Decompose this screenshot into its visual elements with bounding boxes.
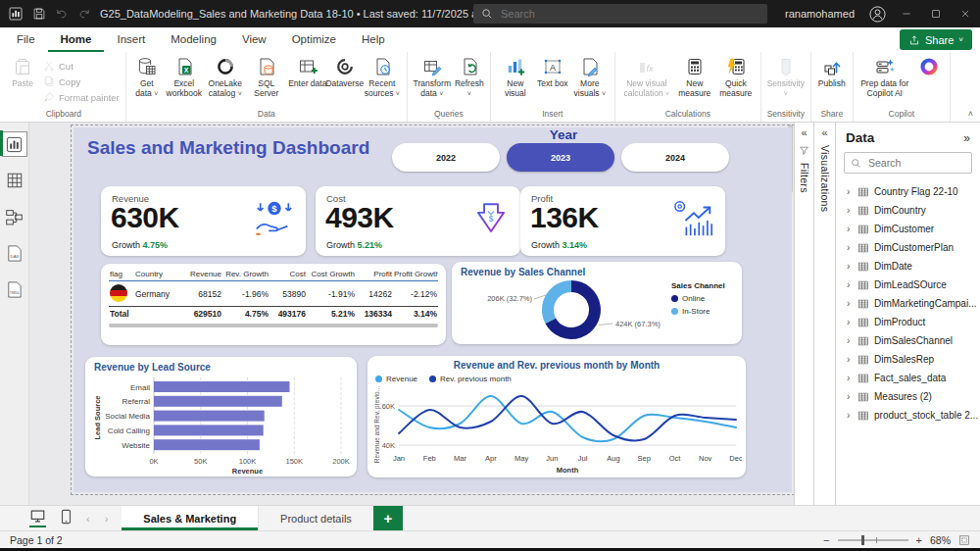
expand-chevron-icon[interactable]: ›	[847, 317, 853, 327]
ribbon-button-more-visuals[interactable]: More visuals ˅	[569, 55, 611, 98]
ribbon-button-publish[interactable]: Publish	[815, 55, 849, 89]
data-field-country-flag-22-10[interactable]: ›Country Flag 22-10	[836, 182, 980, 201]
ribbon-button-sql-server[interactable]: SQL Server	[246, 55, 287, 98]
expand-chevron-icon[interactable]: ›	[847, 279, 853, 290]
bar-website[interactable]	[154, 439, 260, 450]
data-field-dimsalesrep[interactable]: ›DimSalesRep	[836, 350, 980, 369]
expand-chevron-icon[interactable]: ›	[847, 186, 853, 197]
legend-item-in-store[interactable]: In-Store	[671, 307, 725, 316]
table-header-rev-growth[interactable]: Rev. Growth	[222, 269, 270, 281]
year-button-2022[interactable]: 2022	[392, 143, 500, 172]
data-search-input[interactable]	[866, 156, 965, 170]
kpi-card-cost[interactable]: Cost493KGrowth 5.21%$	[316, 186, 520, 256]
year-button-2023[interactable]: 2023	[507, 143, 614, 172]
ribbon-button-transform-data[interactable]: Transform data ˅	[412, 55, 453, 98]
visualizations-pane-collapsed[interactable]: « Visualizations	[813, 123, 835, 505]
table-horizontal-scrollbar[interactable]	[109, 324, 438, 327]
expand-chevron-icon[interactable]: ›	[847, 224, 853, 234]
ribbon-button-sensitivity[interactable]: Sensitivity ˅	[765, 55, 807, 98]
expand-chevron-icon[interactable]: ›	[847, 391, 853, 402]
bar-email[interactable]	[154, 381, 290, 392]
data-field-dimdate[interactable]: ›DimDate	[836, 257, 980, 276]
data-field-dimcountry[interactable]: ›DimCountry	[836, 201, 980, 220]
previous-page-icon[interactable]: ‹	[86, 513, 90, 525]
ribbon-button-new-visual[interactable]: New visual	[495, 55, 536, 98]
table-header-country[interactable]: Country	[134, 269, 181, 281]
lead-source-bar-visual[interactable]: Revenue by Lead Source 0K50K100K150K200K…	[85, 357, 357, 476]
expand-filters-icon[interactable]: «	[801, 127, 807, 138]
expand-chevron-icon[interactable]: ›	[847, 205, 853, 216]
table-header-cost-growth[interactable]: Cost Growth	[307, 269, 356, 281]
report-page[interactable]: Sales and Marketing Dashboard Year 20222…	[74, 127, 792, 492]
fit-to-page-icon[interactable]	[958, 534, 970, 546]
expand-chevron-icon[interactable]: ›	[847, 410, 853, 421]
data-field-dimcustomerplan[interactable]: ›DimCustomerPlan	[836, 238, 980, 257]
country-table-visual[interactable]: flagCountryRevenueRev. GrowthCostCost Gr…	[101, 264, 446, 345]
mobile-layout-icon[interactable]	[61, 509, 72, 528]
table-header-revenue[interactable]: Revenue	[181, 269, 222, 281]
expand-chevron-icon[interactable]: ›	[847, 373, 853, 383]
table-header-profit-growth[interactable]: Profit Growth	[393, 269, 438, 281]
filters-pane-collapsed[interactable]: « Filters	[794, 123, 813, 505]
ribbon-tab-help[interactable]: Help	[349, 27, 398, 52]
data-field-measures-2[interactable]: ›Measures (2)	[836, 387, 980, 406]
ribbon-button-onelake-catalog[interactable]: OneLake catalog ˅	[205, 55, 246, 98]
ribbon-tab-insert[interactable]: Insert	[104, 27, 158, 52]
search-input[interactable]	[499, 7, 760, 21]
table-header-flag[interactable]: flag	[109, 269, 134, 281]
ribbon-button-format-painter[interactable]: Format painter	[43, 91, 120, 103]
ribbon-button-new-visual-calculation[interactable]: fxNew visual calculation ˅	[619, 55, 674, 98]
year-button-2024[interactable]: 2024	[621, 143, 729, 172]
next-page-icon[interactable]: ›	[105, 513, 109, 525]
expand-chevron-icon[interactable]: ›	[847, 298, 853, 309]
new-page-button[interactable]: +	[373, 506, 403, 530]
ribbon-tab-view[interactable]: View	[229, 27, 279, 52]
avatar[interactable]	[862, 0, 892, 27]
page-tab-product-details[interactable]: Product details	[258, 506, 373, 530]
zoom-slider[interactable]	[838, 539, 908, 541]
ribbon-button-prep-data-for-copilot-ai[interactable]: Prep data for Copilot AI	[858, 55, 912, 98]
account-name[interactable]: ranamohamed	[785, 8, 855, 20]
expand-chevron-icon[interactable]: ›	[847, 242, 853, 253]
ribbon-button-copy[interactable]: Copy	[43, 75, 120, 87]
data-field-dimsaleschannel[interactable]: ›DimSalesChannel	[836, 331, 980, 350]
desktop-layout-icon[interactable]	[29, 509, 46, 527]
expand-chevron-icon[interactable]: ›	[847, 261, 853, 272]
expand-visualizations-icon[interactable]: «	[821, 127, 827, 138]
data-field-dimproduct[interactable]: ›DimProduct	[836, 313, 980, 331]
ribbon-button-get-data[interactable]: Get data ˅	[130, 55, 164, 98]
maximize-button[interactable]	[921, 0, 951, 27]
model-view-button[interactable]	[3, 205, 26, 228]
report-view-button[interactable]	[3, 132, 26, 156]
kpi-card-revenue[interactable]: Revenue630KGrowth 4.75%$	[101, 186, 306, 256]
ribbon-tab-home[interactable]: Home	[48, 27, 105, 52]
global-search[interactable]	[473, 4, 767, 24]
bar-social-media[interactable]	[154, 411, 265, 422]
data-field-dimleadsource[interactable]: ›DimLeadSOurce	[836, 276, 980, 294]
kpi-card-profit[interactable]: Profit136KGrowth 3.14%	[520, 186, 725, 256]
ribbon-button-excel-workbook[interactable]: XExcel workbook	[164, 55, 205, 98]
data-field-product-stock-table-2[interactable]: ›product_stock_table 2...	[836, 406, 980, 425]
bar-referral[interactable]	[154, 396, 282, 407]
ribbon-tab-modeling[interactable]: Modeling	[158, 27, 229, 52]
ribbon-button-cut[interactable]: Cut	[43, 60, 120, 72]
zoom-out-button[interactable]: −	[823, 534, 829, 546]
data-field-dimmarketingcampai[interactable]: ›DimMarketingCampai...	[836, 294, 980, 313]
data-field-fact-sales-data[interactable]: ›Fact_sales_data	[836, 369, 980, 387]
redo-icon[interactable]	[77, 7, 91, 21]
table-row[interactable]: Germany68152-1.96%53890-1.91%14262-2.12%	[109, 281, 438, 307]
ribbon-button-refresh[interactable]: Refresh ˅	[453, 55, 486, 98]
ribbon-button-text-box[interactable]: AText box	[536, 55, 569, 89]
table-header-profit[interactable]: Profit	[356, 269, 393, 281]
ribbon-tab-file[interactable]: File	[4, 27, 48, 52]
ribbon-button-dataverse[interactable]: Dataverse	[328, 55, 362, 89]
sales-channel-donut-visual[interactable]: Revenue by Sales Channel 206K (32.7%)424…	[452, 262, 742, 344]
tmdl-view-button[interactable]: TMDL	[3, 277, 26, 301]
ribbon-button-copilot[interactable]	[912, 55, 946, 79]
ribbon-button-recent-sources[interactable]: Recent sources ˅	[362, 55, 403, 98]
close-button[interactable]	[951, 0, 980, 27]
data-field-dimcustomer[interactable]: ›DimCustomer	[836, 220, 980, 238]
share-button[interactable]: Share ˅	[900, 29, 972, 50]
table-view-button[interactable]	[3, 169, 26, 192]
page-tab-sales-marketing[interactable]: Sales & Marketing	[122, 506, 258, 530]
